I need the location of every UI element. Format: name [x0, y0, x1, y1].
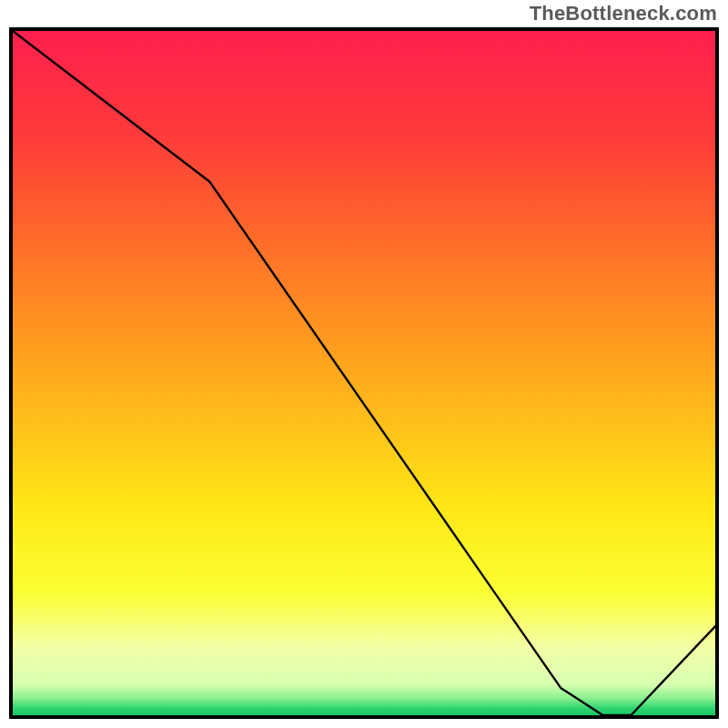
- chart-border: [9, 27, 719, 719]
- chart-frame: TheBottleneck.com: [0, 0, 728, 728]
- watermark-text: TheBottleneck.com: [530, 2, 717, 25]
